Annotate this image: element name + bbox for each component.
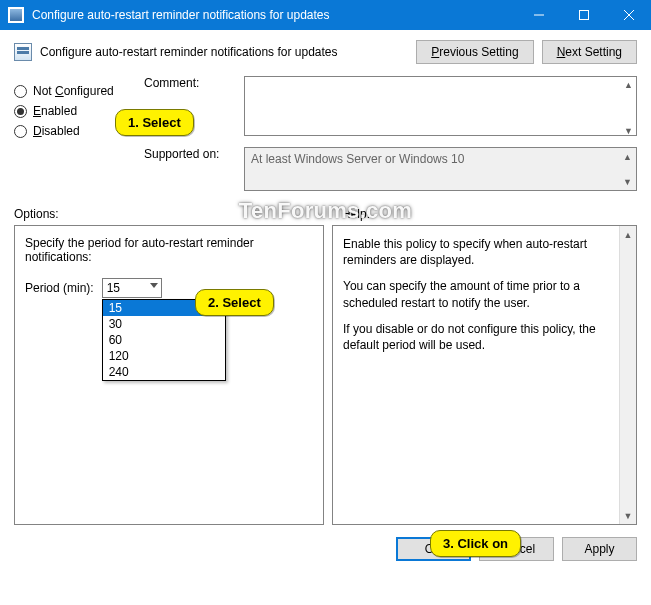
radio-label: Enabled — [33, 104, 77, 118]
svg-rect-1 — [579, 11, 588, 20]
dropdown-option[interactable]: 240 — [103, 364, 225, 380]
window-title: Configure auto-restart reminder notifica… — [32, 8, 516, 22]
radio-label: Disabled — [33, 124, 80, 138]
supported-on-text: At least Windows Server or Windows 10 — [251, 152, 464, 166]
help-paragraph: Enable this policy to specify when auto-… — [343, 236, 614, 268]
radio-not-configured[interactable]: Not Configured — [14, 84, 144, 98]
period-value: 15 — [107, 281, 120, 295]
options-panel: Specify the period for auto-restart remi… — [14, 225, 324, 525]
title-bar: Configure auto-restart reminder notifica… — [0, 0, 651, 30]
help-paragraph: If you disable or do not configure this … — [343, 321, 614, 353]
scroll-up-icon: ▲ — [620, 226, 636, 243]
comment-textarea[interactable] — [244, 76, 637, 136]
window-icon — [8, 7, 24, 23]
dropdown-option[interactable]: 30 — [103, 316, 225, 332]
options-description: Specify the period for auto-restart remi… — [25, 236, 313, 264]
minimize-button[interactable] — [516, 0, 561, 30]
scrollbar[interactable]: ▲ ▼ — [619, 226, 636, 524]
scroll-down-icon: ▼ — [620, 507, 636, 524]
dropdown-option[interactable]: 120 — [103, 348, 225, 364]
callout-step-3: 3. Click on — [430, 530, 521, 557]
previous-setting-button[interactable]: Previous Setting — [416, 40, 533, 64]
help-panel: Enable this policy to specify when auto-… — [332, 225, 637, 525]
chevron-down-icon — [150, 283, 158, 288]
radio-icon — [14, 125, 27, 138]
apply-button[interactable]: Apply — [562, 537, 637, 561]
help-paragraph: You can specify the amount of time prior… — [343, 278, 614, 310]
next-setting-button[interactable]: Next Setting — [542, 40, 637, 64]
scroll-up-icon: ▲ — [619, 148, 636, 165]
scroll-down-icon: ▼ — [619, 173, 636, 190]
policy-icon — [14, 43, 32, 61]
help-label: Help: — [342, 207, 370, 221]
period-label: Period (min): — [25, 281, 94, 295]
close-button[interactable] — [606, 0, 651, 30]
dialog-footer: OK Cancel Apply — [0, 525, 651, 573]
comment-label: Comment: — [144, 76, 244, 90]
radio-icon — [14, 85, 27, 98]
maximize-button[interactable] — [561, 0, 606, 30]
window-controls — [516, 0, 651, 30]
radio-icon — [14, 105, 27, 118]
options-label: Options: — [14, 207, 342, 221]
supported-label: Supported on: — [144, 147, 244, 161]
radio-label: Not Configured — [33, 84, 114, 98]
period-select[interactable]: 15 15 30 60 120 240 — [102, 278, 162, 298]
callout-step-2: 2. Select — [195, 289, 274, 316]
dropdown-option[interactable]: 60 — [103, 332, 225, 348]
supported-on-box: At least Windows Server or Windows 10 ▲ … — [244, 147, 637, 191]
callout-step-1: 1. Select — [115, 109, 194, 136]
page-title: Configure auto-restart reminder notifica… — [40, 45, 416, 59]
